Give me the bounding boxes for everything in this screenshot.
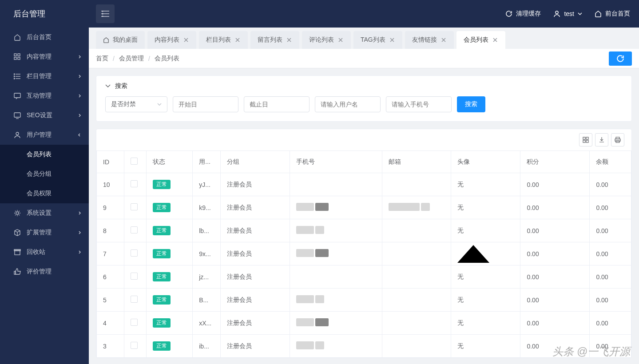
sidebar-item-5[interactable]: 用户管理	[0, 125, 89, 145]
row-checkbox[interactable]	[131, 319, 138, 326]
table-row: 3 正常 ib... 注册会员 无 0.00 0.00	[97, 335, 631, 358]
sidebar-item-4[interactable]: SEO设置	[0, 106, 89, 125]
chevron-icon	[77, 230, 82, 235]
th-points[interactable]: 积分	[520, 151, 590, 173]
search-card: 搜索 是否封禁 搜索	[96, 75, 632, 122]
th-id[interactable]: ID	[97, 151, 124, 173]
status-badge: 正常	[153, 318, 171, 328]
phone-input[interactable]	[386, 96, 452, 112]
sidebar-item-6[interactable]: 系统设置	[0, 203, 89, 223]
th-group[interactable]: 分组	[220, 151, 290, 173]
row-checkbox[interactable]	[131, 273, 138, 280]
svg-point-5	[102, 16, 103, 17]
user-menu[interactable]: test	[553, 10, 582, 17]
menu-toggle-button[interactable]	[96, 4, 115, 23]
ban-select[interactable]: 是否封禁	[105, 96, 167, 112]
sidebar-subitem-1[interactable]: 会员分组	[0, 164, 89, 184]
export-button[interactable]	[595, 133, 608, 146]
start-date-input[interactable]	[173, 96, 238, 112]
sidebar-item-3[interactable]: 互动管理	[0, 86, 89, 106]
avatar-text: 无	[457, 342, 464, 349]
table-row: 4 正常 xX... 注册会员 无 0.00 0.00	[97, 312, 631, 335]
sidebar-item-label: 后台首页	[27, 33, 52, 41]
cell-group: 注册会员	[220, 312, 290, 335]
tab-close-button[interactable]	[286, 37, 292, 43]
content: 搜索 是否封禁 搜索	[89, 68, 639, 364]
print-button[interactable]	[611, 133, 624, 146]
breadcrumb-item[interactable]: 首页	[96, 55, 108, 63]
row-checkbox[interactable]	[131, 203, 138, 210]
cell-id: 8	[97, 219, 124, 242]
sidebar-subitem-0[interactable]: 会员列表	[0, 145, 89, 164]
tab-label: TAG列表	[361, 36, 385, 44]
svg-rect-25	[586, 137, 588, 139]
tab-2[interactable]: 栏目列表	[199, 31, 248, 49]
sidebar-item-9[interactable]: 评价管理	[0, 262, 89, 281]
tab-close-button[interactable]	[441, 37, 447, 43]
cell-phone	[290, 219, 382, 242]
th-status[interactable]: 状态	[147, 151, 193, 173]
tab-close-button[interactable]	[492, 37, 498, 43]
breadcrumb-bar: 首页/会员管理/会员列表	[89, 49, 639, 68]
row-checkbox[interactable]	[131, 296, 138, 303]
close-icon	[338, 38, 343, 42]
tab-5[interactable]: TAG列表	[353, 31, 402, 49]
select-all-checkbox[interactable]	[131, 158, 138, 165]
cell-username: 9x...	[193, 242, 220, 265]
username-label: test	[564, 10, 574, 17]
export-icon	[599, 137, 605, 143]
frontend-link[interactable]: 前台首页	[595, 10, 630, 18]
svg-rect-27	[586, 140, 588, 142]
list-icon	[13, 72, 21, 80]
th-avatar[interactable]: 头像	[451, 151, 520, 173]
sidebar-item-7[interactable]: 扩展管理	[0, 223, 89, 242]
th-email[interactable]: 邮箱	[382, 151, 451, 173]
tab-1[interactable]: 内容列表	[147, 31, 196, 49]
th-balance[interactable]: 余额	[590, 151, 631, 173]
row-checkbox[interactable]	[131, 226, 138, 233]
home-icon	[13, 33, 21, 41]
tab-close-button[interactable]	[234, 37, 241, 43]
search-toggle[interactable]: 搜索	[96, 76, 631, 96]
row-checkbox[interactable]	[131, 180, 138, 187]
tab-7[interactable]: 会员列表	[456, 31, 505, 49]
sidebar-item-label: 评价管理	[27, 268, 52, 276]
columns-button[interactable]	[579, 133, 592, 146]
svg-rect-23	[14, 271, 16, 274]
search-button[interactable]: 搜索	[457, 96, 485, 112]
th-username[interactable]: 用...	[193, 151, 220, 173]
sidebar-item-label: 栏目管理	[27, 72, 52, 80]
sidebar-item-2[interactable]: 栏目管理	[0, 67, 89, 86]
sidebar-subitem-2[interactable]: 会员权限	[0, 184, 89, 203]
cell-id: 10	[97, 173, 124, 196]
tab-close-button[interactable]	[337, 37, 344, 43]
cell-id: 5	[97, 289, 124, 312]
row-checkbox[interactable]	[131, 342, 138, 349]
sidebar-item-8[interactable]: 回收站	[0, 242, 89, 262]
svg-rect-8	[18, 54, 20, 56]
tab-3[interactable]: 留言列表	[250, 31, 299, 49]
cell-email	[382, 312, 451, 335]
tab-close-button[interactable]	[183, 37, 189, 43]
breadcrumb-item[interactable]: 会员管理	[119, 55, 144, 63]
sidebar-item-label: 回收站	[27, 248, 45, 256]
tab-4[interactable]: 评论列表	[302, 31, 351, 49]
tab-6[interactable]: 友情链接	[405, 31, 454, 49]
tab-0[interactable]: 我的桌面	[96, 31, 145, 49]
tab-label: 栏目列表	[206, 36, 231, 44]
home-icon	[103, 37, 109, 43]
th-phone[interactable]: 手机号	[290, 151, 382, 173]
row-checkbox[interactable]	[131, 249, 138, 257]
username-input[interactable]	[315, 96, 381, 112]
close-icon	[441, 38, 446, 42]
tab-close-button[interactable]	[389, 37, 395, 43]
cell-username: yJ...	[193, 173, 220, 196]
sidebar-item-1[interactable]: 内容管理	[0, 47, 89, 67]
chevron-icon	[77, 133, 82, 137]
clear-cache-button[interactable]: 清理缓存	[505, 10, 541, 18]
refresh-button[interactable]	[609, 51, 632, 66]
avatar-image	[457, 245, 489, 263]
sidebar-item-0[interactable]: 后台首页	[0, 28, 89, 47]
tab-label: 内容列表	[155, 36, 179, 44]
end-date-input[interactable]	[244, 96, 310, 112]
